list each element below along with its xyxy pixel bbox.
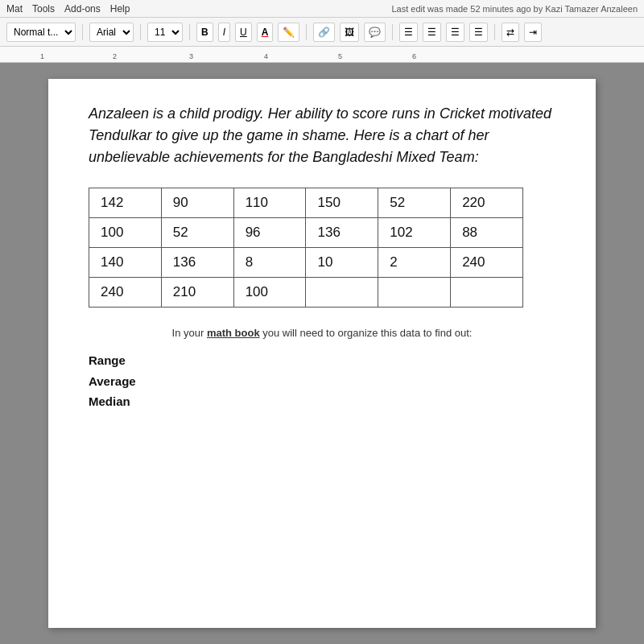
size-select[interactable]: 11 bbox=[147, 23, 183, 42]
table-row: 1429011015052220 bbox=[89, 188, 523, 218]
align-right-button[interactable]: ☰ bbox=[446, 23, 464, 42]
table-cell-r1-c4: 102 bbox=[378, 218, 451, 248]
table-row: 1401368102240 bbox=[89, 248, 523, 278]
list-container: Range Average Median bbox=[89, 350, 555, 412]
table-cell-r2-c1: 136 bbox=[161, 248, 233, 278]
table-cell-r1-c2: 96 bbox=[233, 218, 306, 248]
comment-icon: 💬 bbox=[369, 27, 381, 38]
table-cell-r3-c1: 210 bbox=[161, 278, 233, 308]
image-button[interactable]: 🖼 bbox=[340, 23, 359, 42]
table-cell-r0-c0: 142 bbox=[89, 188, 162, 218]
instruction-text: In your math book you will need to organ… bbox=[89, 327, 555, 339]
table-cell-r0-c5: 220 bbox=[451, 188, 523, 218]
divider-2 bbox=[140, 24, 141, 40]
menu-help[interactable]: Help bbox=[110, 3, 130, 14]
list-item-average: Average bbox=[89, 371, 555, 392]
underline-button[interactable]: U bbox=[235, 23, 252, 42]
divider-1 bbox=[82, 24, 83, 40]
font-color-icon: A bbox=[262, 27, 269, 38]
ruler-mark-2: 2 bbox=[113, 52, 117, 60]
table-cell-r3-c3 bbox=[306, 278, 378, 308]
align-right-icon: ☰ bbox=[451, 27, 460, 38]
table-cell-r3-c5 bbox=[451, 278, 523, 308]
table-row: 100529613610288 bbox=[89, 218, 523, 248]
align-left-icon: ☰ bbox=[404, 27, 413, 38]
table-cell-r2-c5: 240 bbox=[451, 248, 523, 278]
bold-button[interactable]: B bbox=[196, 23, 213, 42]
ruler-mark-6: 6 bbox=[412, 52, 416, 60]
table-cell-r1-c0: 100 bbox=[89, 218, 162, 248]
font-group: Arial bbox=[89, 23, 134, 42]
size-group: 11 bbox=[147, 23, 183, 42]
menu-bar: Mat Tools Add-ons Help Last edit was mad… bbox=[0, 0, 644, 18]
last-edit-label: Last edit was made 52 minutes ago by Kaz… bbox=[391, 4, 638, 14]
divider-3 bbox=[189, 24, 190, 40]
text-color-button[interactable]: ✏️ bbox=[278, 23, 299, 42]
ruler-mark-4: 4 bbox=[264, 52, 268, 60]
table-cell-r1-c1: 52 bbox=[161, 218, 233, 248]
style-group: Normal t... bbox=[6, 23, 76, 42]
ruler-mark-1: 1 bbox=[40, 52, 44, 60]
table-cell-r1-c3: 136 bbox=[306, 218, 378, 248]
divider-6 bbox=[494, 24, 495, 40]
table-cell-r0-c1: 90 bbox=[161, 188, 233, 218]
toolbar: Normal t... Arial 11 B I U A ✏️ 🔗 🖼 💬 ☰ … bbox=[0, 18, 644, 47]
font-select[interactable]: Arial bbox=[89, 23, 134, 42]
font-color-button[interactable]: A bbox=[257, 23, 274, 42]
table-cell-r0-c4: 52 bbox=[378, 188, 451, 218]
menu-tools[interactable]: Tools bbox=[32, 3, 55, 14]
ruler-mark-5: 5 bbox=[338, 52, 342, 60]
table-row: 240210100 bbox=[89, 278, 523, 308]
table-cell-r3-c2: 100 bbox=[233, 278, 306, 308]
pencil-icon: ✏️ bbox=[283, 27, 295, 38]
document-area: Anzaleen is a child prodigy. Her ability… bbox=[0, 63, 644, 644]
align-justify-icon: ☰ bbox=[474, 27, 483, 38]
align-center-button[interactable]: ☰ bbox=[423, 23, 441, 42]
line-spacing-icon: ⇄ bbox=[506, 27, 514, 38]
math-book-underline: math book bbox=[207, 327, 260, 339]
ruler-mark-3: 3 bbox=[189, 52, 193, 60]
divider-5 bbox=[392, 24, 393, 40]
image-icon: 🖼 bbox=[345, 27, 354, 38]
table-cell-r3-c0: 240 bbox=[89, 278, 162, 308]
indent-icon: ⇥ bbox=[529, 27, 537, 38]
document-page: Anzaleen is a child prodigy. Her ability… bbox=[48, 79, 596, 628]
align-left-button[interactable]: ☰ bbox=[399, 23, 418, 42]
menu-addons[interactable]: Add-ons bbox=[64, 3, 101, 14]
style-select[interactable]: Normal t... bbox=[6, 23, 76, 42]
menu-mat[interactable]: Mat bbox=[6, 3, 23, 14]
list-item-range: Range bbox=[89, 350, 555, 371]
table-cell-r0-c2: 110 bbox=[233, 188, 306, 218]
align-center-icon: ☰ bbox=[427, 27, 436, 38]
align-justify-button[interactable]: ☰ bbox=[469, 23, 488, 42]
table-cell-r2-c0: 140 bbox=[89, 248, 162, 278]
table-cell-r2-c4: 2 bbox=[378, 248, 451, 278]
table-cell-r2-c3: 10 bbox=[306, 248, 378, 278]
line-spacing-button[interactable]: ⇄ bbox=[502, 23, 519, 42]
table-cell-r0-c3: 150 bbox=[306, 188, 378, 218]
link-button[interactable]: 🔗 bbox=[313, 23, 335, 42]
table-cell-r2-c2: 8 bbox=[233, 248, 306, 278]
table-cell-r1-c5: 88 bbox=[451, 218, 523, 248]
divider-4 bbox=[306, 24, 307, 40]
indent-button[interactable]: ⇥ bbox=[524, 23, 542, 42]
table-cell-r3-c4 bbox=[378, 278, 451, 308]
ruler: 1 2 3 4 5 6 bbox=[0, 47, 644, 63]
comment-button[interactable]: 💬 bbox=[364, 23, 386, 42]
intro-paragraph: Anzaleen is a child prodigy. Her ability… bbox=[89, 103, 555, 168]
link-icon: 🔗 bbox=[318, 27, 330, 38]
data-table: 1429011015052220100529613610288140136810… bbox=[89, 188, 523, 308]
list-item-median: Median bbox=[89, 391, 555, 412]
italic-button[interactable]: I bbox=[218, 23, 230, 42]
